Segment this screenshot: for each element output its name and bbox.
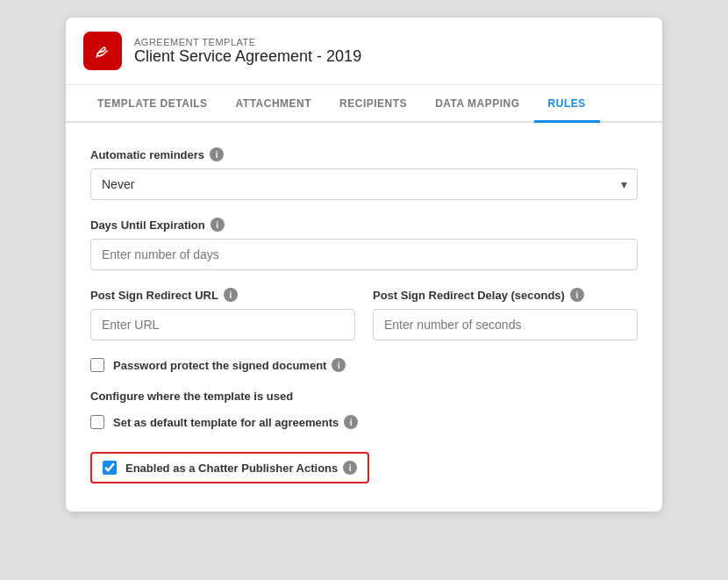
automatic-reminders-info-icon[interactable]: i	[210, 147, 224, 161]
post-sign-url-info-icon[interactable]: i	[224, 288, 238, 302]
tab-rules[interactable]: RULES	[534, 85, 600, 123]
header: Agreement Template Client Service Agreem…	[66, 18, 662, 85]
chatter-checkbox[interactable]	[103, 461, 117, 475]
post-sign-url-group: Post Sign Redirect URL i	[90, 288, 355, 340]
tab-attachment[interactable]: ATTACHMENT	[222, 85, 326, 123]
chatter-label: Enabled as a Chatter Publisher Actions i	[125, 461, 357, 475]
tab-recipients[interactable]: RECIPIENTS	[325, 85, 421, 123]
set-default-row: Set as default template for all agreemen…	[90, 415, 638, 429]
configure-section-heading: Configure where the template is used	[90, 390, 638, 403]
rules-content: Automatic reminders i Never Daily Weekly…	[66, 123, 662, 512]
post-sign-delay-group: Post Sign Redirect Delay (seconds) i	[373, 288, 638, 340]
app-icon	[83, 32, 122, 70]
header-subtitle: Agreement Template	[134, 37, 361, 47]
automatic-reminders-label: Automatic reminders i	[90, 147, 638, 161]
post-sign-delay-input[interactable]	[373, 309, 638, 340]
header-title: Client Service Agreement - 2019	[134, 47, 361, 66]
password-protect-label: Password protect the signed document i	[113, 358, 346, 372]
header-text: Agreement Template Client Service Agreem…	[134, 37, 361, 66]
tab-template-details[interactable]: TEMPLATE DETAILS	[83, 85, 222, 123]
post-sign-url-label: Post Sign Redirect URL i	[90, 288, 355, 302]
password-protect-info-icon[interactable]: i	[332, 358, 346, 372]
days-expiration-label: Days Until Expiration i	[90, 218, 638, 232]
password-protect-row: Password protect the signed document i	[90, 358, 638, 372]
set-default-info-icon[interactable]: i	[344, 415, 358, 429]
days-expiration-group: Days Until Expiration i	[90, 218, 638, 270]
set-default-checkbox[interactable]	[90, 415, 104, 429]
configure-section: Configure where the template is used Set…	[90, 390, 638, 483]
password-protect-checkbox[interactable]	[90, 358, 104, 372]
post-sign-url-input[interactable]	[90, 309, 355, 340]
post-sign-delay-label: Post Sign Redirect Delay (seconds) i	[373, 288, 638, 302]
tab-data-mapping[interactable]: DATA MAPPING	[421, 85, 533, 123]
automatic-reminders-select-wrapper: Never Daily Weekly ▾	[90, 168, 638, 200]
set-default-label: Set as default template for all agreemen…	[113, 415, 358, 429]
post-sign-row: Post Sign Redirect URL i Post Sign Redir…	[90, 288, 638, 340]
post-sign-delay-info-icon[interactable]: i	[570, 288, 584, 302]
tabs-bar: TEMPLATE DETAILS ATTACHMENT RECIPIENTS D…	[66, 85, 662, 123]
automatic-reminders-select[interactable]: Never Daily Weekly	[90, 168, 638, 200]
days-expiration-input[interactable]	[90, 239, 638, 270]
app-container: Agreement Template Client Service Agreem…	[66, 18, 662, 512]
days-expiration-info-icon[interactable]: i	[211, 218, 225, 232]
chatter-info-icon[interactable]: i	[343, 461, 357, 475]
chatter-highlight-box: Enabled as a Chatter Publisher Actions i	[90, 452, 369, 483]
automatic-reminders-group: Automatic reminders i Never Daily Weekly…	[90, 147, 638, 200]
